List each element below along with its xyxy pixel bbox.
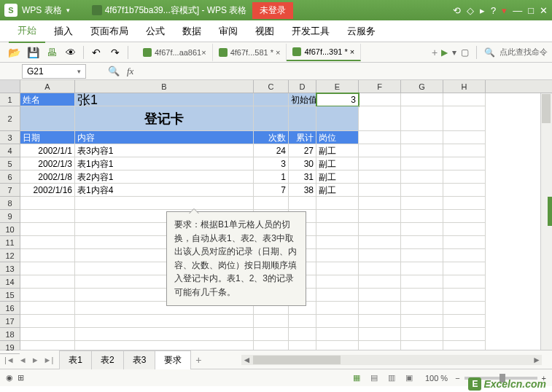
cell-C1[interactable]: [254, 93, 289, 106]
cell-H18[interactable]: [443, 328, 486, 341]
cell-H11[interactable]: [443, 236, 486, 249]
cell-E8[interactable]: [316, 197, 359, 210]
cell-H2[interactable]: [443, 106, 486, 131]
cell-G3[interactable]: [401, 131, 443, 144]
col-header-E[interactable]: E: [316, 80, 359, 93]
open-icon[interactable]: 📂: [7, 45, 21, 60]
cell-C5[interactable]: 3: [254, 157, 289, 170]
cell-C8[interactable]: [254, 197, 289, 210]
cell-F18[interactable]: [359, 328, 401, 341]
sheet-nav-first[interactable]: |◄: [4, 356, 15, 364]
cell-G2[interactable]: [401, 106, 443, 131]
page-layout-view-icon[interactable]: ▤: [367, 372, 381, 384]
horizontal-scrollbar[interactable]: ◄ ►: [212, 355, 542, 365]
login-status[interactable]: 未登录: [252, 2, 293, 19]
cell-E12[interactable]: [316, 249, 359, 262]
add-sheet-button[interactable]: +: [190, 354, 206, 366]
cell-E2[interactable]: [316, 106, 359, 131]
cell-H8[interactable]: [443, 197, 486, 210]
cloud-icon[interactable]: ◇: [467, 5, 474, 16]
cell-D5[interactable]: 30: [289, 157, 316, 170]
cell-G17[interactable]: [401, 315, 443, 328]
menu-3[interactable]: 公式: [137, 20, 174, 42]
cell-D1[interactable]: 初始值: [289, 93, 316, 106]
cell-G13[interactable]: [401, 262, 443, 275]
cell-C17[interactable]: [254, 315, 289, 328]
customize-status-icon[interactable]: ⊞: [18, 373, 24, 383]
record-macro-icon[interactable]: ◉: [6, 373, 13, 383]
row-header-17[interactable]: 17: [0, 315, 20, 328]
cell-F5[interactable]: [359, 157, 401, 170]
cell-F19[interactable]: [359, 341, 401, 350]
cell-C19[interactable]: [254, 341, 289, 350]
cell-C7[interactable]: 7: [254, 184, 289, 197]
col-header-F[interactable]: F: [359, 80, 401, 93]
cell-F17[interactable]: [359, 315, 401, 328]
cell-A12[interactable]: [20, 249, 75, 262]
row-header-14[interactable]: 14: [0, 275, 20, 289]
cell-E9[interactable]: [316, 210, 359, 223]
cell-B4[interactable]: 表3内容1: [75, 144, 254, 157]
cell-A3[interactable]: 日期: [20, 131, 75, 144]
cell-A15[interactable]: [20, 289, 75, 302]
cell-D7[interactable]: 38: [289, 184, 316, 197]
row-header-13[interactable]: 13: [0, 262, 20, 275]
col-header-C[interactable]: C: [254, 80, 289, 93]
cell-A17[interactable]: [20, 315, 75, 328]
row-header-4[interactable]: 4: [0, 144, 20, 157]
minimize-button[interactable]: —: [513, 5, 522, 16]
cell-A2[interactable]: [20, 106, 75, 131]
cell-G5[interactable]: [401, 157, 443, 170]
tab-right-arrow-icon[interactable]: ▶: [441, 47, 448, 58]
col-header-A[interactable]: A: [20, 80, 75, 93]
cell-F9[interactable]: [359, 210, 401, 223]
name-box[interactable]: G21▾: [22, 64, 86, 79]
cell-D3[interactable]: 累计: [289, 131, 316, 144]
cell-B7[interactable]: 表1内容4: [75, 184, 254, 197]
new-tab-button[interactable]: +: [428, 47, 441, 58]
col-header-D[interactable]: D: [289, 80, 316, 93]
cell-A16[interactable]: [20, 302, 75, 315]
cell-C2[interactable]: [254, 106, 289, 131]
cell-F10[interactable]: [359, 223, 401, 236]
cell-D4[interactable]: 27: [289, 144, 316, 157]
cell-H12[interactable]: [443, 249, 486, 262]
cell-A1[interactable]: 姓名: [20, 93, 75, 106]
cell-F11[interactable]: [359, 236, 401, 249]
row-header-19[interactable]: 19: [0, 341, 20, 354]
menu-0[interactable]: 开始: [9, 20, 45, 43]
cell-G1[interactable]: [401, 93, 443, 106]
row-header-10[interactable]: 10: [0, 223, 20, 236]
cell-C3[interactable]: 次数: [254, 131, 289, 144]
cell-F13[interactable]: [359, 262, 401, 275]
cell-F3[interactable]: [359, 131, 401, 144]
cell-G16[interactable]: [401, 302, 443, 315]
cell-E15[interactable]: [316, 289, 359, 302]
row-header-18[interactable]: 18: [0, 328, 20, 341]
cell-E4[interactable]: 副工: [316, 144, 359, 157]
cell-D6[interactable]: 31: [289, 170, 316, 184]
row-header-1[interactable]: 1: [0, 93, 20, 106]
cell-F7[interactable]: [359, 184, 401, 197]
row-header-12[interactable]: 12: [0, 249, 20, 262]
menu-7[interactable]: 开发工具: [283, 20, 338, 42]
doc-tab-0[interactable]: 4f67f...aa861×: [137, 44, 213, 61]
sheet-nav-next[interactable]: ►: [31, 356, 39, 364]
cell-C18[interactable]: [254, 328, 289, 341]
redo-icon[interactable]: ↷: [108, 45, 123, 60]
normal-view-icon[interactable]: ▦: [349, 372, 364, 384]
cell-H15[interactable]: [443, 289, 486, 302]
share-icon[interactable]: ▸: [480, 5, 485, 16]
cell-C6[interactable]: 1: [254, 170, 289, 184]
cell-B3[interactable]: 内容: [75, 131, 254, 144]
cell-H13[interactable]: [443, 262, 486, 275]
cell-B2[interactable]: 登记卡: [75, 106, 254, 131]
sheet-tab-1[interactable]: 表2: [91, 350, 124, 369]
cell-F12[interactable]: [359, 249, 401, 262]
cell-G9[interactable]: [401, 210, 443, 223]
sheet-tab-3[interactable]: 要求: [155, 350, 191, 369]
sheet-nav-last[interactable]: ►|: [44, 356, 54, 364]
sync-icon[interactable]: ⟲: [453, 5, 461, 16]
row-header-7[interactable]: 7: [0, 184, 20, 197]
cell-B5[interactable]: 表1内容1: [75, 157, 254, 170]
